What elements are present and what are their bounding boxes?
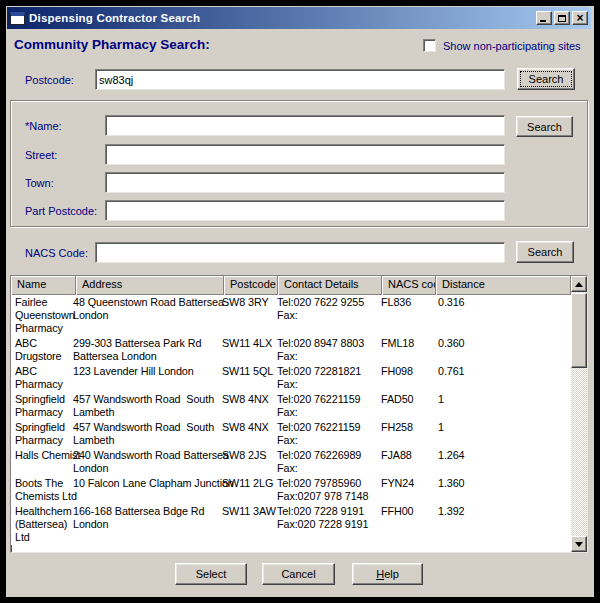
detail-search-button[interactable]: Search — [516, 116, 573, 137]
column-header-postcode[interactable]: Postcode — [224, 276, 278, 295]
help-button[interactable]: Help — [352, 563, 423, 585]
cell-postcode: SW11 3AW — [218, 504, 273, 545]
scroll-up-button[interactable] — [571, 276, 587, 292]
table-row[interactable]: Halls Chemist240 Wandsworth Road Batters… — [11, 448, 571, 476]
title-bar[interactable]: Dispensing Contractor Search × — [7, 7, 591, 29]
results-rows: Fairlee Queenstown Pharmacy48 Queenstown… — [11, 295, 571, 545]
cell-distance: 0.316 — [434, 295, 570, 336]
cell-nacs: FAD50 — [377, 392, 434, 420]
cell-contact: Tel:020 79785960 Fax:0207 978 7148 — [273, 476, 377, 504]
cell-nacs: FJA88 — [377, 448, 434, 476]
town-label: Town: — [25, 177, 54, 189]
name-input[interactable] — [105, 115, 505, 136]
maximize-icon — [558, 15, 566, 22]
arrow-down-icon — [575, 542, 583, 547]
cell-distance: 1.264 — [434, 448, 570, 476]
street-input[interactable] — [105, 144, 505, 165]
cell-postcode: SW8 4NX — [218, 420, 273, 448]
cell-nacs: FL836 — [377, 295, 434, 336]
cell-address: 10 Falcon Lane Clapham Junction — [69, 476, 218, 504]
help-label-rest: elp — [384, 568, 399, 580]
cell-distance: 1 — [434, 392, 570, 420]
town-input[interactable] — [105, 172, 505, 193]
table-row[interactable]: Springfield Pharmacy457 Wandsworth Road … — [11, 420, 571, 448]
cell-name: Springfield Pharmacy — [11, 392, 69, 420]
cell-distance: 1.360 — [434, 476, 570, 504]
cell-address: 457 Wandsworth Road South Lambeth — [69, 392, 218, 420]
column-header-contact[interactable]: Contact Details — [278, 276, 382, 295]
column-header-distance[interactable]: Distance — [436, 276, 571, 295]
cell-contact: Tel:020 8947 8803 Fax: — [273, 336, 377, 364]
table-row[interactable]: Springfield Pharmacy457 Wandsworth Road … — [11, 392, 571, 420]
show-non-participating-checkbox[interactable] — [423, 39, 436, 52]
street-label: Street: — [25, 149, 57, 161]
cell-distance: 1.392 — [434, 504, 570, 545]
minimize-icon — [540, 20, 546, 22]
column-header-name[interactable]: Name — [11, 276, 76, 295]
cell-postcode: SW11 4LX — [218, 336, 273, 364]
cell-address: 48 Queenstown Road Battersea London — [69, 295, 218, 336]
table-row[interactable]: ABC Drugstore299-303 Battersea Park Rd B… — [11, 336, 571, 364]
cell-nacs: FH098 — [377, 364, 434, 392]
cell-address: 240 Wandsworth Road Battersea London — [69, 448, 218, 476]
cell-postcode: SW8 2JS — [218, 448, 273, 476]
cell-name: Halls Chemist — [11, 448, 69, 476]
cell-address: 457 Wandsworth Road South Lambeth — [69, 420, 218, 448]
cell-address: 166-168 Battersea Bdge Rd London — [69, 504, 218, 545]
column-header-nacs[interactable]: NACS code — [382, 276, 436, 295]
name-label: *Name: — [25, 120, 62, 132]
nacs-search-button[interactable]: Search — [516, 241, 574, 263]
table-row[interactable]: Boots The Chemists Ltd10 Falcon Lane Cla… — [11, 476, 571, 504]
cell-name: Springfield Pharmacy — [11, 420, 69, 448]
cell-distance: 0.360 — [434, 336, 570, 364]
cell-contact: Tel:020 72281821 Fax: — [273, 364, 377, 392]
maximize-button[interactable] — [554, 11, 570, 25]
cell-name: ABC Drugstore — [11, 336, 69, 364]
column-header-address[interactable]: Address — [76, 276, 224, 295]
nacs-code-label: NACS Code: — [25, 247, 88, 259]
postcode-input[interactable] — [95, 69, 505, 90]
cell-nacs: FH258 — [377, 420, 434, 448]
cell-distance: 0.761 — [434, 364, 570, 392]
arrow-up-icon — [575, 282, 583, 287]
show-non-participating-label: Show non-participating sites — [443, 40, 581, 52]
nacs-code-input[interactable] — [95, 242, 505, 263]
results-table: NameAddressPostcodeContact DetailsNACS c… — [10, 275, 588, 553]
cell-contact: Tel:020 76221159 Fax: — [273, 392, 377, 420]
window-title: Dispensing Contractor Search — [29, 12, 536, 24]
select-button[interactable]: Select — [175, 563, 247, 585]
cell-name: ABC Pharmacy — [11, 364, 69, 392]
cell-nacs: FYN24 — [377, 476, 434, 504]
dialog-window: Dispensing Contractor Search × Community… — [0, 0, 600, 603]
part-postcode-input[interactable] — [105, 200, 505, 221]
cell-name: Fairlee Queenstown Pharmacy — [11, 295, 69, 336]
scrollbar-thumb[interactable] — [571, 293, 587, 368]
cell-postcode: SW8 3RY — [218, 295, 273, 336]
cell-contact: Tel:020 7622 9255 Fax: — [273, 295, 377, 336]
minimize-button[interactable] — [536, 11, 552, 25]
cancel-button[interactable]: Cancel — [262, 563, 335, 585]
cell-name: Boots The Chemists Ltd — [11, 476, 69, 504]
close-icon: × — [576, 13, 583, 23]
cell-contact: Tel:020 76221159 Fax: — [273, 420, 377, 448]
cell-nacs: FML18 — [377, 336, 434, 364]
scroll-down-button[interactable] — [571, 536, 587, 552]
postcode-label: Postcode: — [25, 74, 74, 86]
cell-distance: 1 — [434, 420, 570, 448]
close-button[interactable]: × — [572, 11, 588, 25]
cell-postcode: SW11 5QL — [218, 364, 273, 392]
table-row[interactable]: ABC Pharmacy123 Lavender Hill LondonSW11… — [11, 364, 571, 392]
cell-contact: Tel:020 76226989 Fax: — [273, 448, 377, 476]
cell-name: Healthchem (Battersea) Ltd — [11, 504, 69, 545]
postcode-search-button[interactable]: Search — [517, 68, 575, 90]
cell-postcode: SW8 4NX — [218, 392, 273, 420]
page-title: Community Pharmacy Search: — [14, 37, 210, 52]
table-row[interactable]: Fairlee Queenstown Pharmacy48 Queenstown… — [11, 295, 571, 336]
vertical-scrollbar[interactable] — [571, 276, 587, 552]
part-postcode-label: Part Postcode: — [25, 205, 97, 217]
cell-address: 299-303 Battersea Park Rd Battersea Lond… — [69, 336, 218, 364]
app-icon — [10, 12, 25, 25]
table-row[interactable]: Healthchem (Battersea) Ltd166-168 Batter… — [11, 504, 571, 545]
cell-nacs: FFH00 — [377, 504, 434, 545]
cell-contact: Tel:020 7228 9191 Fax:020 7228 9191 — [273, 504, 377, 545]
